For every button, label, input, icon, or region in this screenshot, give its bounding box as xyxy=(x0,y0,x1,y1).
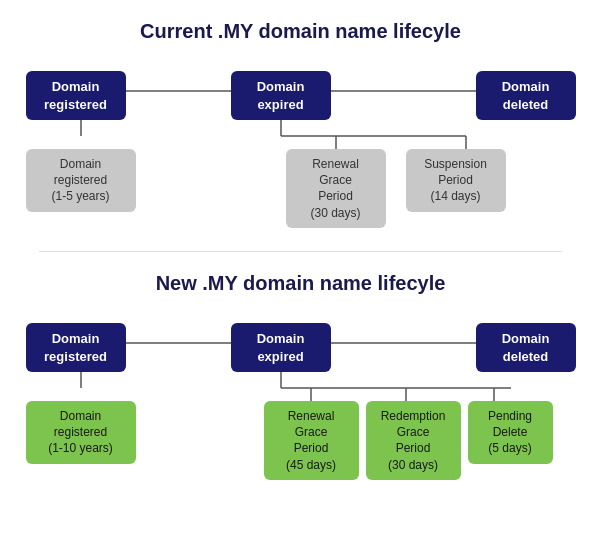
new-registered-box: Domain registered xyxy=(26,323,126,372)
new-renewal-box: Renewal Grace Period (45 days) xyxy=(264,401,359,480)
current-section: Current .MY domain name lifecyle Domain … xyxy=(16,20,586,221)
current-suspension-box: Suspension Period (14 days) xyxy=(406,149,506,212)
section-divider xyxy=(39,251,562,252)
current-registered-box: Domain registered xyxy=(26,71,126,120)
new-registered-period-box: Domain registered (1-10 years) xyxy=(26,401,136,464)
current-registered-period-box: Domain registered (1-5 years) xyxy=(26,149,136,212)
new-pending-box: Pending Delete (5 days) xyxy=(468,401,553,464)
current-title: Current .MY domain name lifecyle xyxy=(16,20,586,43)
new-section: New .MY domain name lifecyle Domain regi… xyxy=(16,272,586,473)
current-deleted-box: Domain deleted xyxy=(476,71,576,120)
current-renewal-box: Renewal Grace Period (30 days) xyxy=(286,149,386,228)
new-diagram: Domain registered Domain expired Domain … xyxy=(16,313,586,473)
current-expired-box: Domain expired xyxy=(231,71,331,120)
new-redemption-box: Redemption Grace Period (30 days) xyxy=(366,401,461,480)
current-diagram: Domain registered Domain expired Domain … xyxy=(16,61,586,221)
new-deleted-box: Domain deleted xyxy=(476,323,576,372)
new-title: New .MY domain name lifecyle xyxy=(16,272,586,295)
new-expired-box: Domain expired xyxy=(231,323,331,372)
